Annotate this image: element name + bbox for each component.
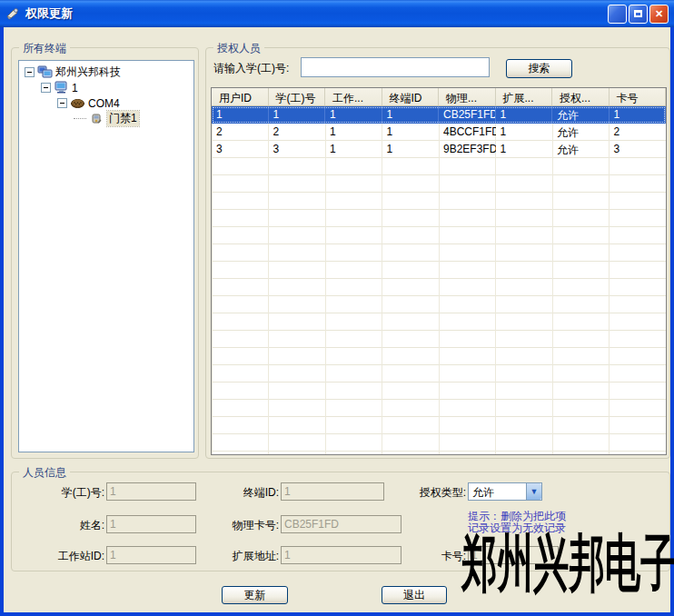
update-button[interactable]: 更新 [222, 586, 288, 604]
tree-connector [74, 118, 86, 119]
search-button[interactable]: 搜索 [506, 59, 572, 78]
persons-groupbox: 授权人员 请输入学(工)号: 搜索 用户ID 学(工)号 工作... 终端ID … [205, 47, 670, 459]
column-header[interactable]: 终端ID [382, 88, 440, 105]
search-input[interactable] [301, 57, 490, 77]
table-row[interactable]: 2 2 1 1 4BCCF1FD 1 允许 2 [212, 124, 666, 141]
tree-item-label: 郑州兴邦科技 [55, 65, 121, 80]
column-header[interactable]: 扩展... [496, 88, 553, 105]
tree-item-door[interactable]: 门禁1 [74, 111, 139, 126]
terminal-id-field[interactable] [281, 482, 384, 501]
column-header[interactable]: 用户ID [212, 88, 269, 105]
exit-button[interactable]: 退出 [382, 586, 447, 604]
tree-item-controller[interactable]: 1 [41, 80, 78, 95]
maximize-icon [634, 10, 642, 17]
auth-type-select[interactable]: 允许 ▼ [468, 482, 542, 501]
person-info-groupbox-title: 人员信息 [19, 465, 70, 481]
student-id-label: 学(工)号: [30, 485, 104, 501]
terminals-groupbox-title: 所有终端 [19, 41, 70, 56]
table-row[interactable]: 1 1 1 1 CB25F1FD 1 允许 1 [212, 106, 666, 124]
close-icon: ✕ [655, 8, 663, 20]
table-header: 用户ID 学(工)号 工作... 终端ID 物理... 扩展... 授权... … [212, 88, 666, 106]
search-label: 请输入学(工)号: [213, 61, 289, 76]
network-computer-icon [37, 65, 53, 79]
tree-item-com-port[interactable]: COM4 [57, 95, 120, 111]
com-port-icon [70, 96, 85, 110]
table-row[interactable]: 3 3 1 1 9B2EF3FD 1 允许 3 [212, 141, 666, 158]
vendor-watermark: 郑州兴邦电子 [461, 520, 674, 606]
column-header[interactable]: 物理... [439, 88, 496, 105]
chevron-down-icon[interactable]: ▼ [526, 483, 541, 500]
app-window: 权限更新 _ ✕ 所有终端 郑州兴邦科技 [0, 0, 674, 616]
collapse-icon[interactable] [57, 98, 67, 108]
physical-card-label: 物理卡号: [212, 518, 279, 533]
persons-groupbox-title: 授权人员 [213, 41, 264, 56]
collapse-icon[interactable] [41, 83, 51, 93]
terminal-tree[interactable]: 郑州兴邦科技 1 [18, 60, 194, 452]
auth-type-label: 授权类型: [393, 485, 466, 501]
physical-card-field[interactable] [281, 515, 401, 533]
student-id-field[interactable] [106, 482, 196, 501]
computer-icon [54, 81, 69, 94]
column-header[interactable]: 学(工)号 [269, 88, 326, 105]
terminals-groupbox: 所有终端 郑州兴邦科技 1 [11, 47, 199, 459]
name-field[interactable] [106, 515, 196, 533]
name-label: 姓名: [30, 518, 104, 533]
ext-address-label: 扩展地址: [212, 549, 279, 564]
tree-item-company[interactable]: 郑州兴邦科技 [25, 65, 121, 80]
tree-item-label: 门禁1 [107, 111, 139, 126]
card-no-label: 卡号: [411, 549, 466, 564]
app-icon [5, 6, 20, 21]
door-reader-icon [89, 112, 104, 125]
table-body: 1 1 1 1 CB25F1FD 1 允许 1 2 2 1 1 4BCCF1FD… [212, 106, 666, 454]
title-bar[interactable]: 权限更新 _ ✕ [0, 0, 674, 27]
maximize-button[interactable] [629, 5, 648, 24]
tree-item-label: 1 [72, 82, 78, 94]
column-header[interactable]: 授权... [552, 88, 610, 105]
window-title: 权限更新 [25, 5, 73, 22]
workstation-id-label: 工作站ID: [30, 549, 104, 564]
collapse-icon[interactable] [25, 67, 35, 77]
workstation-id-field[interactable] [106, 546, 196, 564]
tree-item-label: COM4 [88, 97, 120, 110]
persons-table[interactable]: 用户ID 学(工)号 工作... 终端ID 物理... 扩展... 授权... … [211, 87, 667, 455]
terminal-id-label: 终端ID: [212, 485, 279, 501]
close-button[interactable]: ✕ [649, 5, 669, 24]
column-header[interactable]: 工作... [325, 88, 382, 105]
column-header[interactable]: 卡号 [610, 88, 667, 105]
minimize-button[interactable]: _ [608, 5, 627, 24]
ext-address-field[interactable] [281, 546, 401, 564]
